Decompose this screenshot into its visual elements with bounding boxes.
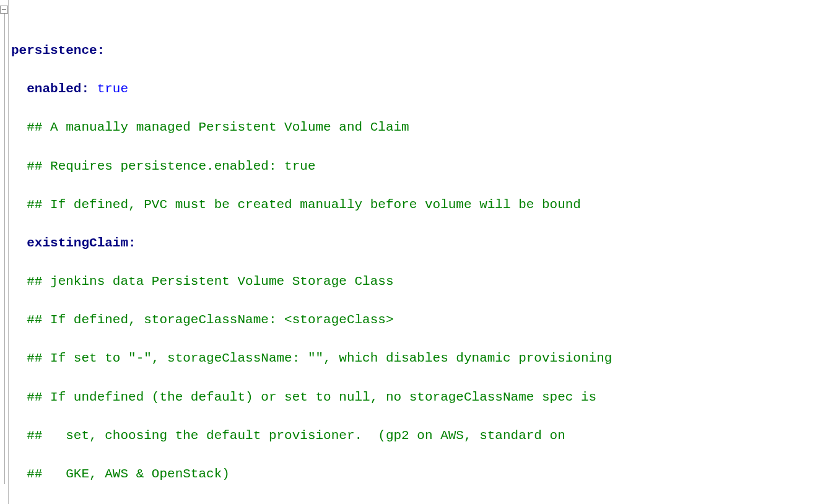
code-line: ## GKE, AWS & OpenStack) <box>11 464 815 484</box>
code-line: ## If set to "-", storageClassName: "", … <box>11 349 815 368</box>
fold-gutter <box>0 0 9 504</box>
code-editor: persistence: enabled: true ## A manually… <box>0 0 815 504</box>
code-line: ## If defined, storageClassName: <storag… <box>11 310 815 329</box>
code-line: ## Requires persistence.enabled: true <box>11 157 815 176</box>
comment: ## If defined, storageClassName: <storag… <box>27 313 393 327</box>
yaml-key: enabled <box>27 82 81 96</box>
fold-toggle-icon[interactable] <box>0 6 8 14</box>
yaml-bool: true <box>97 82 128 96</box>
code-line: ## If undefined (the default) or set to … <box>11 388 815 407</box>
code-line: existingClaim: <box>11 233 815 253</box>
comment: ## If undefined (the default) or set to … <box>27 390 596 404</box>
code-line: ## set, choosing the default provisioner… <box>11 426 815 445</box>
comment: ## GKE, AWS & OpenStack) <box>27 467 230 481</box>
code-line: ## jenkins data Persistent Volume Storag… <box>11 272 815 291</box>
comment: ## A manually managed Persistent Volume … <box>27 120 409 134</box>
code-line: enabled: true <box>11 79 815 98</box>
code-line: ## If defined, PVC must be created manua… <box>11 195 815 214</box>
yaml-key: existingClaim <box>27 236 128 250</box>
comment: ## jenkins data Persistent Volume Storag… <box>27 274 393 289</box>
comment: ## set, choosing the default provisioner… <box>27 428 565 443</box>
comment: ## If set to "-", storageClassName: "", … <box>27 351 612 365</box>
code-line: ## A manually managed Persistent Volume … <box>11 118 815 137</box>
code-line: persistence: <box>11 41 815 60</box>
comment: ## Requires persistence.enabled: true <box>27 159 315 173</box>
comment: ## If defined, PVC must be created manua… <box>27 198 581 212</box>
